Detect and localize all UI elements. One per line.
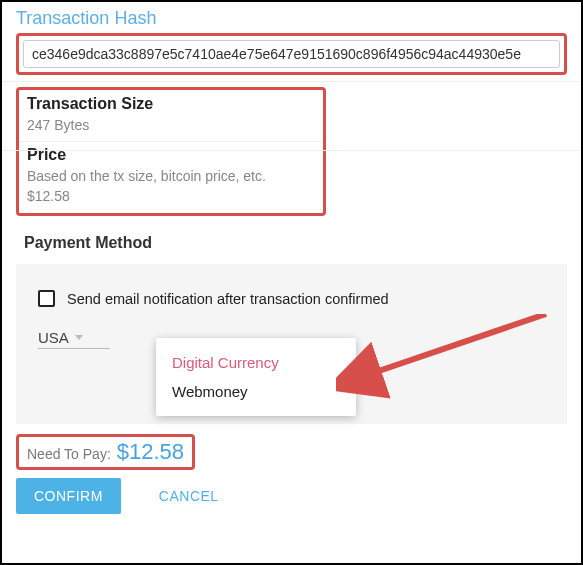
transaction-size-section: Transaction Size 247 Bytes	[19, 91, 323, 142]
dropdown-option-digital-currency[interactable]: Digital Currency	[156, 348, 356, 377]
transaction-hash-input[interactable]	[23, 40, 560, 68]
transaction-size-value: 247 Bytes	[27, 117, 315, 133]
email-notify-label: Send email notification after transactio…	[67, 291, 389, 307]
payment-method-label: Payment Method	[24, 234, 567, 252]
confirm-button[interactable]: CONFIRM	[16, 478, 121, 514]
chevron-down-icon	[75, 335, 83, 340]
price-label: Price	[27, 146, 315, 164]
action-button-row: CONFIRM CANCEL	[16, 478, 567, 514]
payment-option-dropdown: Digital Currency Webmoney	[156, 338, 356, 416]
need-to-pay-value: $12.58	[117, 439, 184, 465]
dropdown-option-webmoney[interactable]: Webmoney	[156, 377, 356, 406]
need-to-pay-label: Need To Pay:	[27, 446, 111, 462]
price-desc: Based on the tx size, bitcoin price, etc…	[27, 168, 315, 184]
transaction-size-label: Transaction Size	[27, 95, 315, 113]
payment-method-panel: Send email notification after transactio…	[16, 264, 567, 424]
country-select[interactable]: USA	[38, 329, 110, 349]
size-price-highlight: Transaction Size 247 Bytes Price Based o…	[16, 87, 326, 216]
cancel-button[interactable]: CANCEL	[159, 488, 219, 504]
price-section: Price Based on the tx size, bitcoin pric…	[19, 142, 323, 212]
country-value: USA	[38, 329, 69, 346]
annotation-arrow-icon	[336, 314, 566, 404]
checkbox-icon[interactable]	[38, 290, 55, 307]
transaction-hash-highlight	[16, 33, 567, 75]
need-to-pay-highlight: Need To Pay: $12.58	[16, 434, 195, 470]
email-notify-row[interactable]: Send email notification after transactio…	[38, 290, 545, 307]
transaction-hash-label: Transaction Hash	[16, 8, 567, 29]
price-value: $12.58	[27, 188, 315, 204]
